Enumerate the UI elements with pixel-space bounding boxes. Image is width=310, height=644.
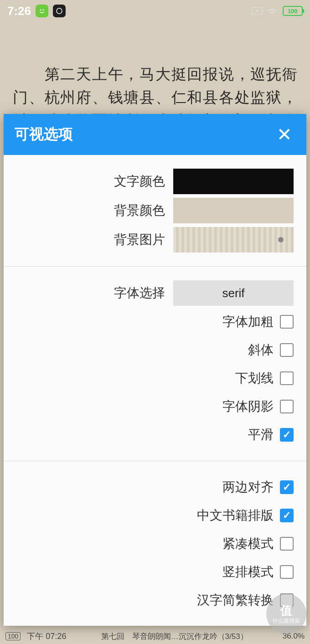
dialog-body[interactable]: 文字颜色 背景颜色 背景图片 字体选择 serif xyxy=(4,155,306,626)
visual-options-dialog: 可视选项 ✕ 文字颜色 背景颜色 背景图片 xyxy=(4,114,306,626)
svg-point-2 xyxy=(57,8,62,14)
label-text-color: 文字颜色 xyxy=(114,173,165,190)
status-time: 7:26 xyxy=(7,4,31,18)
watermark-text: 什么值得买 xyxy=(273,618,300,624)
label-cjk-layout: 中文书籍排版 xyxy=(197,507,274,524)
status-bar: 7:26 100 xyxy=(0,0,310,22)
label-underline: 下划线 xyxy=(235,370,274,387)
checkbox-smooth[interactable] xyxy=(280,428,294,442)
row-smooth[interactable]: 平滑 xyxy=(16,421,294,449)
label-bg-image: 背景图片 xyxy=(114,231,165,248)
svg-point-0 xyxy=(40,9,41,10)
row-cjk-layout[interactable]: 中文书籍排版 xyxy=(16,501,294,530)
label-font-select: 字体选择 xyxy=(114,284,165,302)
checkbox-underline[interactable] xyxy=(280,371,294,385)
app-icon-1 xyxy=(36,5,48,17)
row-underline[interactable]: 下划线 xyxy=(16,364,294,392)
bottom-time: 下午 07:26 xyxy=(27,631,66,642)
bottom-bar: 100 下午 07:26 第七回 琴音朗朗闻…沉沉作龙吟（3/53） 36.0% xyxy=(0,629,310,644)
row-trad-simp[interactable]: 汉字简繁转换 xyxy=(16,586,294,614)
row-font-select: 字体选择 serif xyxy=(16,278,294,308)
label-italic: 斜体 xyxy=(248,341,274,359)
swatch-text-color[interactable] xyxy=(173,169,294,194)
svg-point-1 xyxy=(43,9,44,10)
screenshot-icon xyxy=(252,7,263,15)
label-bg-color: 背景颜色 xyxy=(114,202,165,219)
watermark: 值 什么值得买 xyxy=(266,594,306,634)
row-bold[interactable]: 字体加粗 xyxy=(16,308,294,336)
checkbox-italic[interactable] xyxy=(280,343,294,357)
dropdown-font-value: serif xyxy=(222,286,244,300)
row-shadow[interactable]: 字体阴影 xyxy=(16,392,294,421)
swatch-bg-color[interactable] xyxy=(173,198,294,223)
status-right: 100 xyxy=(252,6,303,16)
battery-text: 100 xyxy=(288,8,298,15)
row-justify[interactable]: 两边对齐 xyxy=(16,473,294,501)
row-italic[interactable]: 斜体 xyxy=(16,336,294,364)
dropdown-font[interactable]: serif xyxy=(173,280,294,306)
label-shadow: 字体阴影 xyxy=(222,398,274,415)
dialog-title: 可视选项 xyxy=(15,124,73,144)
label-vertical: 竖排模式 xyxy=(222,563,274,581)
checkbox-shadow[interactable] xyxy=(280,400,294,413)
row-bg-image: 背景图片 xyxy=(16,225,294,254)
checkbox-vertical[interactable] xyxy=(280,565,294,579)
swatch-bg-image[interactable] xyxy=(173,227,294,252)
checkbox-compact[interactable] xyxy=(280,537,294,551)
row-text-color: 文字颜色 xyxy=(16,167,294,196)
wifi-icon xyxy=(267,7,278,15)
section-font: 字体选择 serif 字体加粗 斜体 下划线 xyxy=(4,267,306,461)
battery-indicator: 100 xyxy=(283,6,303,16)
bottom-chapter: 第七回 琴音朗朗闻…沉沉作龙吟（3/53） xyxy=(72,631,276,642)
watermark-logo: 值 xyxy=(280,603,292,618)
close-icon[interactable]: ✕ xyxy=(274,124,295,145)
row-vertical[interactable]: 竖排模式 xyxy=(16,558,294,586)
section-layout: 两边对齐 中文书籍排版 紧凑模式 竖排模式 汉字简繁转换 xyxy=(4,461,306,626)
label-trad-simp: 汉字简繁转换 xyxy=(197,592,274,609)
section-colors: 文字颜色 背景颜色 背景图片 xyxy=(4,155,306,267)
label-justify: 两边对齐 xyxy=(222,479,274,496)
row-compact[interactable]: 紧凑模式 xyxy=(16,530,294,558)
status-left: 7:26 xyxy=(7,4,66,18)
label-compact: 紧凑模式 xyxy=(222,535,274,552)
screen: 7:26 100 第二天上午，马大挺回报说，巡抚衙门、杭州府、钱塘县、仁和县各处… xyxy=(0,0,310,644)
checkbox-cjk-layout[interactable] xyxy=(280,509,294,522)
checkbox-bold[interactable] xyxy=(280,315,294,329)
label-bold: 字体加粗 xyxy=(222,313,274,330)
checkbox-justify[interactable] xyxy=(280,480,294,494)
row-bg-color: 背景颜色 xyxy=(16,196,294,225)
app-icon-2 xyxy=(53,5,66,17)
dialog-header: 可视选项 ✕ xyxy=(4,114,306,155)
bottom-battery: 100 xyxy=(5,632,21,640)
label-smooth: 平滑 xyxy=(248,426,274,443)
